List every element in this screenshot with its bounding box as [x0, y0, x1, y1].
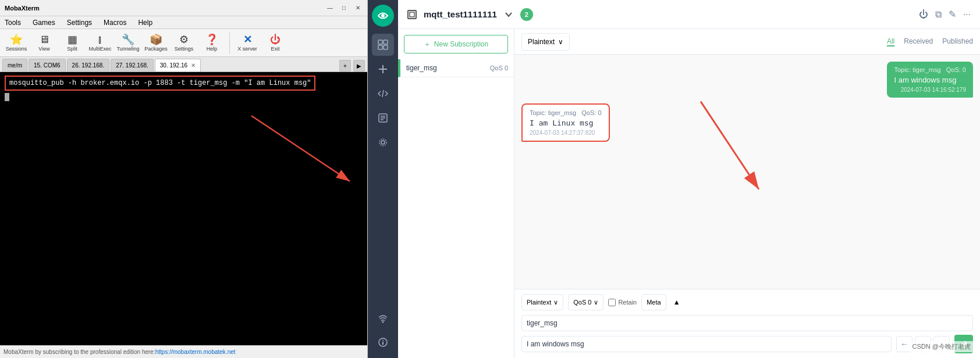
menu-help[interactable]: Help: [136, 17, 155, 28]
toolbar-xserver-label: X server: [237, 46, 257, 52]
packages-icon: 📦: [150, 34, 162, 45]
topic-input-row: [521, 315, 973, 331]
log-icon: [378, 113, 388, 123]
toolbar-exit-label: Exit: [271, 46, 279, 52]
toolbar-view[interactable]: 🖥 View: [31, 31, 57, 55]
power-icon[interactable]: ⏻: [919, 9, 928, 20]
mqttx-content-row: ＋ New Subscription tiger_msg QoS 0 Plain…: [398, 29, 980, 358]
svg-point-16: [382, 321, 384, 323]
toolbar-xserver[interactable]: ✕ X server: [235, 31, 260, 55]
menu-settings[interactable]: Settings: [65, 17, 94, 28]
tab-192-1[interactable]: 26. 192.168.: [67, 59, 110, 71]
sidebar-new-btn[interactable]: [372, 58, 394, 80]
toolbar-tunneling-label: Tunneling: [116, 46, 139, 52]
copy-icon[interactable]: ⧉: [935, 9, 942, 20]
publish-format-dropdown[interactable]: Plaintext ∨: [521, 294, 563, 310]
mobaxterm-titlebar: MobaXterm — □ ✕: [0, 0, 367, 16]
expand-icon[interactable]: ▲: [673, 298, 680, 306]
statusbar-text: MobaXterm by subscribing to the professi…: [3, 349, 155, 355]
mobaxterm-statusbar: MobaXterm by subscribing to the professi…: [0, 345, 367, 358]
tab-scroll-btn[interactable]: ▶: [353, 60, 365, 71]
toolbar-exit[interactable]: ⏻ Exit: [262, 31, 288, 55]
format-dropdown[interactable]: Plaintext ∨: [521, 33, 570, 51]
message-toolbar: Plaintext ∨ All Received Published: [514, 29, 980, 55]
chevron-down-icon[interactable]: [504, 10, 513, 19]
toolbar-tunneling[interactable]: 🔧 Tunneling: [115, 31, 141, 55]
mobaxterm-terminal[interactable]: mosquitto_pub -h broker.emqx.io -p 1883 …: [0, 72, 367, 345]
tab-published[interactable]: Published: [942, 37, 973, 46]
publish-qos-dropdown[interactable]: QoS 0 ∨: [568, 294, 603, 310]
sidebar-info-btn[interactable]: [372, 331, 394, 353]
retain-checkbox[interactable]: Retain: [608, 299, 637, 306]
received-message-bubble: Topic: tiger_msg QoS: 0 I am Linux msg 2…: [521, 103, 610, 142]
mobaxterm-toolbar: ⭐ Sessions 🖥 View ▦ Split ⫿ MultiExec 🔧 …: [0, 29, 367, 57]
sidebar-connections-btn[interactable]: [372, 34, 394, 56]
toolbar-settings[interactable]: ⚙ Settings: [171, 31, 197, 55]
mobaxterm-close-btn[interactable]: ✕: [353, 3, 363, 13]
publish-options: Plaintext ∨ QoS 0 ∨ Retain Meta: [521, 294, 973, 310]
recv-msg-time: 2024-07-03 14:27:37:820: [530, 130, 602, 136]
plus-sign: ＋: [424, 40, 431, 49]
tab-mem[interactable]: me/m: [2, 59, 27, 71]
toolbar-packages[interactable]: 📦 Packages: [143, 31, 169, 55]
tab-com6[interactable]: 15. COM6: [29, 59, 66, 71]
svg-point-19: [382, 340, 384, 341]
toolbar-multiexec-label: MultiExec: [88, 46, 111, 52]
sidebar-wifi-btn[interactable]: [372, 307, 394, 329]
sent-message-bubble: Topic: tiger_msg QoS: 0 I am windows msg…: [887, 62, 973, 98]
new-subscription-label: New Subscription: [434, 40, 488, 48]
toolbar-split[interactable]: ▦ Split: [59, 31, 85, 55]
mobaxterm-menubar: Tools Games Settings Macros Help: [0, 16, 367, 29]
new-subscription-button[interactable]: ＋ New Subscription: [404, 35, 508, 53]
retain-checkbox-input[interactable]: [608, 299, 616, 306]
tab-extras: + ▶: [339, 60, 365, 71]
pub-format-chevron-icon: ∨: [553, 299, 558, 306]
meta-label: Meta: [647, 299, 661, 306]
sidebar-settings-btn[interactable]: [372, 131, 394, 153]
menu-macros[interactable]: Macros: [101, 17, 129, 28]
more-icon[interactable]: ···: [963, 9, 971, 20]
format-label: Plaintext: [528, 38, 555, 46]
tab-active-close-icon[interactable]: ✕: [191, 62, 196, 69]
tab-192-2[interactable]: 27. 192.168.: [111, 59, 154, 71]
edit-icon[interactable]: ✎: [949, 9, 956, 20]
toolbar-help[interactable]: ❓ Help: [199, 31, 225, 55]
topbar-right-controls: ⏻ ⧉ ✎ ···: [919, 9, 971, 20]
connection-name: mqtt_test1111111: [424, 9, 497, 19]
mobaxterm-minimize-btn[interactable]: —: [325, 3, 335, 13]
recv-msg-meta: Topic: tiger_msg QoS: 0: [530, 109, 602, 116]
mqttx-main: mqtt_test1111111 2 ⏻ ⧉ ✎ ··· ＋ New Subsc…: [398, 0, 980, 358]
menu-tools[interactable]: Tools: [2, 17, 23, 28]
sidebar-script-btn[interactable]: [372, 83, 394, 105]
tab-192-active[interactable]: 30. 192.16 ✕: [155, 59, 201, 71]
toolbar-view-label: View: [38, 46, 49, 52]
tab-192-1-label: 26. 192.168.: [72, 62, 105, 69]
tunneling-icon: 🔧: [122, 34, 134, 45]
wifi-icon: [378, 313, 388, 323]
mqttx-body: ＋ New Subscription tiger_msg QoS 0 Plain…: [398, 29, 980, 358]
mqttx-logo[interactable]: [372, 5, 394, 27]
svg-rect-6: [384, 45, 388, 49]
toolbar-settings-label: Settings: [175, 46, 194, 52]
sidebar-log-btn[interactable]: [372, 107, 394, 129]
statusbar-link[interactable]: https://mobaxterm.mobatek.net: [155, 349, 236, 355]
subscription-item-tiger[interactable]: tiger_msg QoS 0: [398, 59, 514, 77]
svg-rect-20: [410, 12, 414, 17]
gear-icon: [378, 137, 388, 148]
svg-point-15: [379, 139, 386, 146]
tab-all[interactable]: All: [887, 37, 894, 46]
message-input[interactable]: [521, 336, 892, 352]
pub-qos-label: QoS 0: [573, 299, 591, 306]
tab-add-btn[interactable]: +: [339, 60, 351, 71]
meta-dropdown[interactable]: Meta: [641, 294, 666, 310]
subscription-name: tiger_msg: [406, 64, 437, 72]
menu-games[interactable]: Games: [30, 17, 58, 28]
tab-received[interactable]: Received: [904, 37, 933, 46]
toolbar-sessions[interactable]: ⭐ Sessions: [3, 31, 29, 55]
sent-msg-qos: QoS: 0: [946, 66, 966, 73]
topic-input[interactable]: [521, 315, 973, 331]
mobaxterm-maximize-btn[interactable]: □: [339, 3, 349, 13]
toolbar-sessions-label: Sessions: [6, 46, 27, 52]
terminal-command: mosquitto_pub -h broker.emqx.io -p 1883 …: [9, 79, 311, 87]
toolbar-multiexec[interactable]: ⫿ MultiExec: [87, 31, 113, 55]
